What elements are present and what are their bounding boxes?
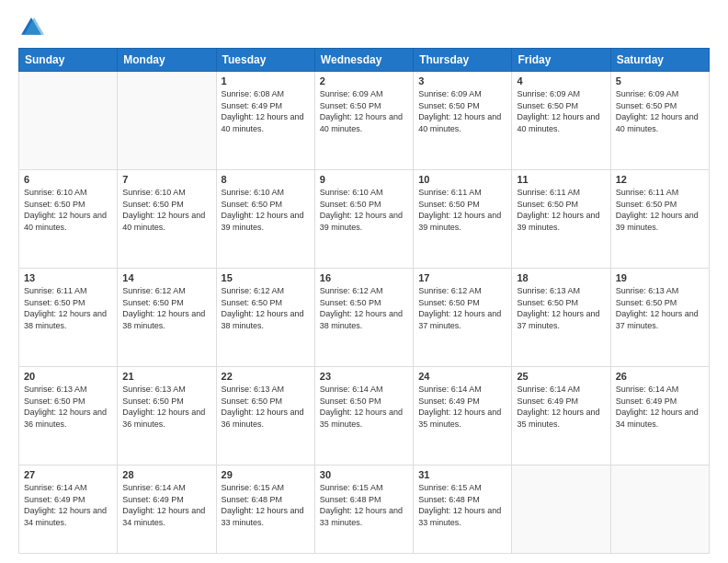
calendar-cell: 8Sunrise: 6:10 AM Sunset: 6:50 PM Daylig… <box>216 170 314 269</box>
day-number: 3 <box>418 75 506 86</box>
day-number: 6 <box>24 174 112 185</box>
calendar-cell: 30Sunrise: 6:15 AM Sunset: 6:48 PM Dayli… <box>314 465 413 554</box>
day-number: 5 <box>616 75 704 86</box>
day-number: 10 <box>418 174 506 185</box>
calendar-cell: 28Sunrise: 6:14 AM Sunset: 6:49 PM Dayli… <box>118 465 216 554</box>
calendar-cell: 23Sunrise: 6:14 AM Sunset: 6:50 PM Dayli… <box>314 367 413 465</box>
day-number: 22 <box>222 371 310 382</box>
calendar-cell: 11Sunrise: 6:11 AM Sunset: 6:50 PM Dayli… <box>512 170 610 269</box>
calendar-cell: 13Sunrise: 6:11 AM Sunset: 6:50 PM Dayli… <box>19 269 118 367</box>
day-number: 29 <box>222 469 310 480</box>
calendar-cell: 14Sunrise: 6:12 AM Sunset: 6:50 PM Dayli… <box>118 269 216 367</box>
calendar-cell: 6Sunrise: 6:10 AM Sunset: 6:50 PM Daylig… <box>19 170 118 269</box>
calendar-cell: 26Sunrise: 6:14 AM Sunset: 6:49 PM Dayli… <box>610 367 709 465</box>
header <box>18 15 710 40</box>
day-detail: Sunrise: 6:13 AM Sunset: 6:50 PM Dayligh… <box>122 384 210 430</box>
calendar-cell: 21Sunrise: 6:13 AM Sunset: 6:50 PM Dayli… <box>118 367 216 465</box>
calendar-cell: 19Sunrise: 6:13 AM Sunset: 6:50 PM Dayli… <box>610 269 709 367</box>
day-number: 1 <box>222 75 310 86</box>
day-number: 17 <box>418 272 506 283</box>
day-number: 28 <box>122 469 210 480</box>
week-row-0: 1Sunrise: 6:08 AM Sunset: 6:49 PM Daylig… <box>19 72 710 170</box>
calendar-cell: 24Sunrise: 6:14 AM Sunset: 6:49 PM Dayli… <box>414 367 512 465</box>
day-detail: Sunrise: 6:13 AM Sunset: 6:50 PM Dayligh… <box>517 285 605 331</box>
calendar-cell: 20Sunrise: 6:13 AM Sunset: 6:50 PM Dayli… <box>19 367 118 465</box>
day-number: 13 <box>24 272 112 283</box>
day-number: 31 <box>418 469 506 480</box>
day-detail: Sunrise: 6:14 AM Sunset: 6:49 PM Dayligh… <box>616 384 704 430</box>
day-number: 27 <box>24 469 112 480</box>
day-number: 23 <box>320 371 408 382</box>
day-detail: Sunrise: 6:12 AM Sunset: 6:50 PM Dayligh… <box>418 285 506 331</box>
day-detail: Sunrise: 6:09 AM Sunset: 6:50 PM Dayligh… <box>517 88 605 134</box>
day-number: 12 <box>616 174 704 185</box>
calendar-cell: 5Sunrise: 6:09 AM Sunset: 6:50 PM Daylig… <box>610 72 709 170</box>
calendar-cell: 18Sunrise: 6:13 AM Sunset: 6:50 PM Dayli… <box>512 269 610 367</box>
day-detail: Sunrise: 6:11 AM Sunset: 6:50 PM Dayligh… <box>418 187 506 233</box>
day-header-sunday: Sunday <box>19 49 118 72</box>
calendar-cell: 4Sunrise: 6:09 AM Sunset: 6:50 PM Daylig… <box>512 72 610 170</box>
calendar-cell: 2Sunrise: 6:09 AM Sunset: 6:50 PM Daylig… <box>314 72 413 170</box>
day-detail: Sunrise: 6:14 AM Sunset: 6:50 PM Dayligh… <box>320 384 408 430</box>
calendar-cell: 25Sunrise: 6:14 AM Sunset: 6:49 PM Dayli… <box>512 367 610 465</box>
day-detail: Sunrise: 6:09 AM Sunset: 6:50 PM Dayligh… <box>320 88 408 134</box>
calendar-cell: 29Sunrise: 6:15 AM Sunset: 6:48 PM Dayli… <box>216 465 314 554</box>
week-row-4: 27Sunrise: 6:14 AM Sunset: 6:49 PM Dayli… <box>19 465 710 554</box>
calendar: SundayMondayTuesdayWednesdayThursdayFrid… <box>18 48 710 554</box>
day-number: 21 <box>122 371 210 382</box>
day-detail: Sunrise: 6:12 AM Sunset: 6:50 PM Dayligh… <box>222 285 310 331</box>
day-number: 25 <box>517 371 605 382</box>
logo <box>18 15 48 40</box>
day-number: 24 <box>418 371 506 382</box>
calendar-cell: 3Sunrise: 6:09 AM Sunset: 6:50 PM Daylig… <box>414 72 512 170</box>
calendar-cell: 31Sunrise: 6:15 AM Sunset: 6:48 PM Dayli… <box>414 465 512 554</box>
day-detail: Sunrise: 6:14 AM Sunset: 6:49 PM Dayligh… <box>418 384 506 430</box>
day-detail: Sunrise: 6:10 AM Sunset: 6:50 PM Dayligh… <box>24 187 112 233</box>
day-number: 7 <box>122 174 210 185</box>
calendar-cell <box>118 72 216 170</box>
logo-icon <box>18 15 44 40</box>
day-detail: Sunrise: 6:15 AM Sunset: 6:48 PM Dayligh… <box>320 482 408 528</box>
day-detail: Sunrise: 6:11 AM Sunset: 6:50 PM Dayligh… <box>616 187 704 233</box>
day-number: 16 <box>320 272 408 283</box>
day-detail: Sunrise: 6:11 AM Sunset: 6:50 PM Dayligh… <box>24 285 112 331</box>
calendar-cell: 16Sunrise: 6:12 AM Sunset: 6:50 PM Dayli… <box>314 269 413 367</box>
day-header-monday: Monday <box>118 49 216 72</box>
calendar-cell: 27Sunrise: 6:14 AM Sunset: 6:49 PM Dayli… <box>19 465 118 554</box>
week-row-2: 13Sunrise: 6:11 AM Sunset: 6:50 PM Dayli… <box>19 269 710 367</box>
day-number: 8 <box>222 174 310 185</box>
day-header-saturday: Saturday <box>610 49 709 72</box>
page: SundayMondayTuesdayWednesdayThursdayFrid… <box>0 0 728 563</box>
day-detail: Sunrise: 6:12 AM Sunset: 6:50 PM Dayligh… <box>122 285 210 331</box>
calendar-cell: 17Sunrise: 6:12 AM Sunset: 6:50 PM Dayli… <box>414 269 512 367</box>
day-detail: Sunrise: 6:13 AM Sunset: 6:50 PM Dayligh… <box>24 384 112 430</box>
week-row-3: 20Sunrise: 6:13 AM Sunset: 6:50 PM Dayli… <box>19 367 710 465</box>
day-header-thursday: Thursday <box>414 49 512 72</box>
day-header-friday: Friday <box>512 49 610 72</box>
calendar-header-row: SundayMondayTuesdayWednesdayThursdayFrid… <box>19 49 710 72</box>
day-number: 15 <box>222 272 310 283</box>
calendar-cell: 1Sunrise: 6:08 AM Sunset: 6:49 PM Daylig… <box>216 72 314 170</box>
day-number: 14 <box>122 272 210 283</box>
day-detail: Sunrise: 6:10 AM Sunset: 6:50 PM Dayligh… <box>222 187 310 233</box>
calendar-cell: 12Sunrise: 6:11 AM Sunset: 6:50 PM Dayli… <box>610 170 709 269</box>
day-detail: Sunrise: 6:14 AM Sunset: 6:49 PM Dayligh… <box>122 482 210 528</box>
calendar-cell: 22Sunrise: 6:13 AM Sunset: 6:50 PM Dayli… <box>216 367 314 465</box>
day-detail: Sunrise: 6:09 AM Sunset: 6:50 PM Dayligh… <box>616 88 704 134</box>
day-number: 9 <box>320 174 408 185</box>
day-detail: Sunrise: 6:10 AM Sunset: 6:50 PM Dayligh… <box>320 187 408 233</box>
day-number: 2 <box>320 75 408 86</box>
calendar-cell: 7Sunrise: 6:10 AM Sunset: 6:50 PM Daylig… <box>118 170 216 269</box>
day-detail: Sunrise: 6:10 AM Sunset: 6:50 PM Dayligh… <box>122 187 210 233</box>
day-detail: Sunrise: 6:13 AM Sunset: 6:50 PM Dayligh… <box>616 285 704 331</box>
week-row-1: 6Sunrise: 6:10 AM Sunset: 6:50 PM Daylig… <box>19 170 710 269</box>
day-detail: Sunrise: 6:09 AM Sunset: 6:50 PM Dayligh… <box>418 88 506 134</box>
day-number: 4 <box>517 75 605 86</box>
day-number: 30 <box>320 469 408 480</box>
day-header-tuesday: Tuesday <box>216 49 314 72</box>
day-detail: Sunrise: 6:11 AM Sunset: 6:50 PM Dayligh… <box>517 187 605 233</box>
calendar-cell <box>512 465 610 554</box>
calendar-cell: 15Sunrise: 6:12 AM Sunset: 6:50 PM Dayli… <box>216 269 314 367</box>
day-detail: Sunrise: 6:14 AM Sunset: 6:49 PM Dayligh… <box>24 482 112 528</box>
day-number: 18 <box>517 272 605 283</box>
